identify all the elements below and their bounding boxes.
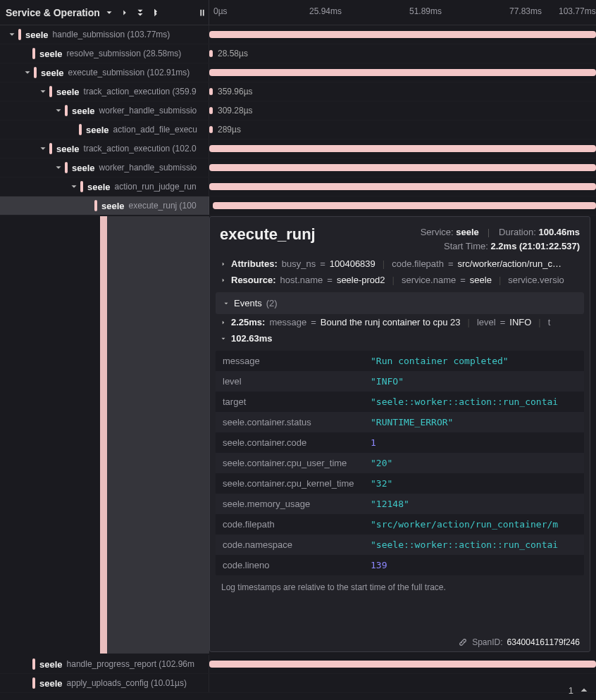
- span-bar[interactable]: [209, 126, 213, 133]
- operation-name: worker_handle_submissio: [99, 163, 197, 173]
- chevron-right-icon: [220, 261, 227, 268]
- kv-row[interactable]: seele.memory_usage "12148": [216, 494, 584, 514]
- operation-name: resolve_submission (28.58ms): [67, 49, 182, 58]
- kv-key: level: [223, 376, 371, 387]
- service-name: seele: [41, 68, 64, 78]
- kv-value: 1: [371, 437, 577, 448]
- operation-name: action_add_file_execu: [113, 125, 197, 135]
- chevron-right-icon[interactable]: [120, 8, 130, 18]
- kv-value: "src/worker/action/run_container/m: [371, 519, 577, 530]
- operation-name: worker_handle_submissio: [99, 106, 197, 115]
- kv-key: code.namespace: [223, 539, 371, 550]
- kv-key: code.filepath: [223, 519, 371, 530]
- trace-row[interactable]: seele track_action_execution (359.9 359.…: [0, 82, 596, 101]
- chevron-down-icon: [223, 300, 230, 307]
- timeline-ruler: 0µs 25.94ms 51.89ms 77.83ms 103.77ms: [209, 0, 596, 25]
- span-bar[interactable]: [213, 202, 596, 209]
- resource-row[interactable]: Resource: host.name = seele-prod2 | serv…: [210, 272, 590, 288]
- service-color-mark: [49, 143, 52, 154]
- operation-name: action_run_judge_run: [115, 182, 197, 192]
- service-name: seele: [39, 659, 63, 670]
- operation-name: track_action_execution (359.9: [84, 87, 197, 96]
- service-color-mark: [32, 658, 35, 670]
- kv-value: "20": [371, 458, 577, 468]
- tick: 25.94ms: [309, 6, 342, 16]
- kv-value: "12148": [371, 499, 577, 509]
- chevron-down-icon[interactable]: [54, 163, 63, 173]
- span-bar[interactable]: [209, 107, 213, 114]
- kv-row[interactable]: seele.container.status "RUNTIME_ERROR": [216, 412, 584, 432]
- trace-row[interactable]: seele action_run_judge_run: [0, 177, 596, 196]
- tick: 77.83ms: [509, 6, 542, 16]
- span-bar[interactable]: [209, 661, 596, 668]
- start-label: Start Time:: [444, 241, 488, 251]
- log-note: Log timestamps are relative to the start…: [210, 580, 590, 595]
- service-color-mark: [65, 105, 68, 116]
- kv-row[interactable]: code.filepath "src/worker/action/run_con…: [216, 514, 584, 535]
- service-name: seele: [86, 125, 109, 135]
- operation-name: handle_progress_report (102.96m: [67, 659, 194, 669]
- expand-all-icon[interactable]: [151, 8, 161, 18]
- service-color-mark: [94, 200, 97, 211]
- trace-row[interactable]: seele resolve_submission (28.58ms) 28.58…: [0, 44, 596, 63]
- span-bar[interactable]: [209, 183, 596, 190]
- chevron-down-icon[interactable]: [7, 30, 17, 39]
- kv-value: "INFO": [371, 376, 577, 387]
- tick: 103.77ms: [559, 6, 596, 16]
- kv-row[interactable]: message "Run container completed": [216, 351, 584, 371]
- chevron-down-icon[interactable]: [54, 106, 63, 115]
- trace-row[interactable]: seele apply_uploads_config (10.01µs): [0, 674, 596, 693]
- kv-row[interactable]: seele.container.cpu_kernel_time "32": [216, 473, 584, 494]
- tick: 0µs: [213, 6, 228, 16]
- kv-key: seele.container.status: [223, 417, 371, 427]
- kv-row[interactable]: seele.container.cpu_user_time "20": [216, 453, 584, 473]
- service-name: seele: [56, 87, 80, 97]
- collapse-all-icon[interactable]: [135, 8, 145, 18]
- trace-row[interactable]: seele worker_handle_submissio: [0, 158, 596, 177]
- service-label: Service:: [421, 227, 454, 237]
- kv-key: target: [223, 396, 371, 407]
- operation-name: handle_submission (103.77ms): [53, 30, 170, 39]
- trace-row[interactable]: seele worker_handle_submissio 309.28µs: [0, 101, 596, 120]
- kv-row[interactable]: code.namespace "seele::worker::action::r…: [216, 535, 584, 555]
- chevron-down-icon[interactable]: [69, 182, 79, 192]
- kv-row[interactable]: code.lineno 139: [216, 555, 584, 575]
- kv-row[interactable]: level "INFO": [216, 371, 584, 392]
- operation-name: apply_uploads_config (10.01µs): [67, 678, 187, 688]
- trace-row[interactable]: seele execute_submission (102.91ms): [0, 63, 596, 82]
- span-bar[interactable]: [209, 50, 213, 57]
- span-bar[interactable]: [209, 88, 213, 95]
- events-header[interactable]: Events (2): [216, 292, 584, 314]
- service-name: seele: [72, 106, 95, 116]
- chevron-down-icon[interactable]: [38, 87, 48, 96]
- trace-row[interactable]: seele handle_submission (103.77ms): [0, 25, 596, 44]
- span-bar[interactable]: [209, 145, 596, 152]
- span-duration-label: 28.58µs: [218, 49, 248, 58]
- pause-icon[interactable]: [197, 8, 207, 18]
- selection-stripe: [100, 216, 107, 654]
- scroll-top-icon[interactable]: [579, 686, 589, 696]
- trace-row[interactable]: seele handle_progress_report (102.96m: [0, 655, 596, 674]
- service-color-mark: [80, 181, 83, 192]
- kv-row[interactable]: target "seele::worker::action::run_conta…: [216, 392, 584, 412]
- chevron-down-icon[interactable]: [38, 144, 48, 154]
- tree-header[interactable]: Service & Operation: [0, 0, 209, 25]
- span-bar[interactable]: [209, 164, 596, 171]
- attributes-row[interactable]: Attributes: busy_ns = 100406839 | code.f…: [210, 256, 590, 272]
- service-color-mark: [65, 162, 68, 173]
- event-collapsed[interactable]: 2.25ms: message = Bound the runj contain…: [210, 314, 590, 330]
- chevron-down-icon[interactable]: [23, 68, 32, 77]
- span-duration-label: 359.96µs: [218, 87, 253, 96]
- span-bar[interactable]: [209, 69, 596, 76]
- start-value: 2.2ms (21:01:22.537): [491, 241, 580, 251]
- kv-value: "seele::worker::action::run_contai: [371, 396, 577, 407]
- kv-value: "seele::worker::action::run_contai: [371, 539, 577, 550]
- trace-row[interactable]: seele action_add_file_execu 289µs: [0, 120, 596, 139]
- event-expanded-header[interactable]: 102.63ms: [210, 330, 590, 346]
- trace-row[interactable]: seele track_action_execution (102.0: [0, 139, 596, 158]
- pager: 1: [569, 685, 589, 696]
- kv-row[interactable]: seele.container.code 1: [216, 432, 584, 453]
- span-bar[interactable]: [209, 31, 596, 38]
- span-id-footer[interactable]: SpanID: 634004161179f246: [458, 637, 580, 647]
- trace-row[interactable]: seele execute_runj (100: [0, 196, 596, 215]
